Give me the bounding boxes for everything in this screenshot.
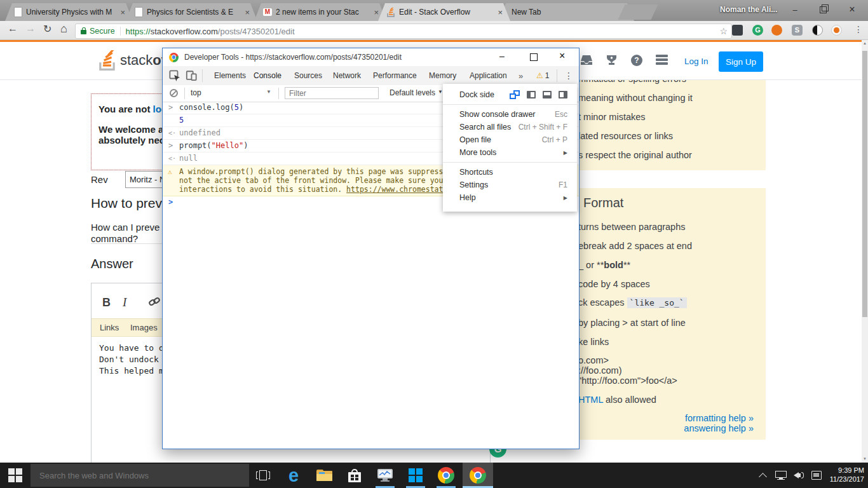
tab-close-icon[interactable]: × [372, 8, 381, 17]
formatting-help-link[interactable]: formatting help » [591, 413, 754, 423]
taskbar-clock[interactable]: 9:39 PM 11/23/2017 [826, 466, 864, 484]
tab-images[interactable]: Images [130, 323, 158, 332]
scroll-down-arrow[interactable]: ▼ [862, 457, 868, 461]
new-tab-button[interactable] [618, 4, 658, 20]
tab-application[interactable]: Application [470, 66, 507, 85]
menu-item-help[interactable]: Help▶ [443, 191, 577, 204]
menu-item-show-console-drawer[interactable]: Show console drawerEsc [443, 108, 577, 121]
tab-close-icon[interactable]: × [118, 8, 127, 17]
devtools-close-button[interactable]: × [559, 50, 565, 62]
monitor-app-taskbar-icon[interactable] [371, 463, 399, 488]
chrome-taskbar-icon-1[interactable] [432, 463, 460, 488]
window-close-button[interactable]: × [844, 3, 860, 17]
window-minimize-button[interactable]: – [787, 3, 803, 17]
bold-button[interactable]: B [102, 296, 111, 309]
tab-sources[interactable]: Sources [294, 66, 322, 85]
extension-paw-icon[interactable] [771, 25, 782, 36]
tab-elements[interactable]: Elements [214, 66, 246, 85]
tray-volume-icon[interactable] [790, 463, 808, 488]
bookmark-star-icon[interactable]: ☆ [719, 26, 728, 36]
devtools-minimize-button[interactable]: – [499, 51, 505, 61]
result-marker-icon: <· [168, 153, 176, 164]
italic-button[interactable]: I [123, 295, 126, 309]
browser-user-name[interactable]: Noman the Ali... [720, 5, 777, 14]
menu-item-open-file[interactable]: Open fileCtrl + P [443, 133, 577, 146]
help-icon[interactable]: ? [631, 55, 642, 66]
address-bar[interactable]: Secure https://stackoverflow.com/posts/4… [75, 24, 732, 39]
tab-close-icon[interactable]: × [496, 8, 505, 17]
tab-console[interactable]: Console [254, 66, 281, 86]
dock-bottom-icon[interactable] [543, 91, 552, 98]
menu-item-settings[interactable]: SettingsF1 [443, 179, 577, 191]
devtools-titlebar[interactable]: Developer Tools - https://stackoverflow.… [163, 48, 579, 66]
tab-memory[interactable]: Memory [429, 66, 456, 85]
start-button[interactable] [0, 463, 31, 488]
logo-stack: stack [120, 52, 153, 68]
devtools-maximize-button[interactable] [530, 53, 538, 61]
edge-taskbar-icon[interactable]: e [280, 463, 308, 488]
undock-icon[interactable] [510, 90, 520, 99]
log-levels-select[interactable]: Default levels [390, 88, 435, 97]
window-restore-button[interactable] [815, 3, 831, 17]
restore-icon [820, 6, 827, 13]
submenu-arrow-icon: ▶ [564, 195, 567, 201]
clear-console-icon[interactable] [170, 89, 178, 97]
more-tabs-icon[interactable]: » [519, 66, 523, 85]
tab-close-icon[interactable]: × [243, 8, 252, 17]
link-icon[interactable] [149, 298, 160, 307]
menu-item-more-tools[interactable]: More tools▶ [443, 146, 577, 159]
browser-menu-icon[interactable]: ⋮ [854, 24, 863, 34]
answering-help-link[interactable]: answering help » [591, 423, 754, 433]
browser-tab-3[interactable]: M 2 new items in your Stac × [254, 3, 386, 21]
extension-s-icon[interactable]: S [792, 25, 803, 36]
browser-tab-1[interactable]: University Physics with M × [5, 3, 133, 21]
log-levels-arrow[interactable]: ▼ [438, 89, 443, 95]
browser-tab-4-active[interactable]: Edit - Stack Overflow × [378, 3, 510, 21]
back-button[interactable]: ← [8, 23, 18, 34]
browser-tab-2[interactable]: Physics for Scientists & E × [126, 3, 257, 21]
page-scrollbar[interactable]: ▲ ▼ [862, 39, 868, 463]
taskbar-search-input[interactable] [31, 464, 249, 487]
tab-network[interactable]: Network [333, 66, 361, 85]
extension-grammarly-icon[interactable]: G [752, 25, 763, 36]
log-in-link[interactable]: Log In [684, 57, 709, 66]
dock-left-icon[interactable] [527, 91, 536, 98]
warning-link[interactable]: https://www.chromestatus. [346, 185, 456, 194]
store-taskbar-icon[interactable] [341, 463, 369, 488]
achievements-icon[interactable] [606, 54, 618, 66]
inspect-element-icon[interactable] [169, 70, 180, 81]
tray-show-hidden-icons[interactable] [755, 463, 770, 488]
dock-right-icon[interactable] [559, 91, 567, 98]
sign-up-button[interactable]: Sign Up [719, 51, 763, 72]
extension-film-icon[interactable] [732, 25, 743, 36]
menu-item-shortcuts[interactable]: Shortcuts [443, 166, 577, 179]
url-text[interactable]: https://stackoverflow.com/posts/47350201… [126, 27, 295, 36]
tray-action-center-icon[interactable] [808, 463, 825, 488]
task-view-button[interactable] [249, 463, 277, 488]
home-button[interactable]: ⌂ [60, 22, 67, 36]
tab-performance[interactable]: Performance [373, 66, 417, 85]
extension-dot-icon[interactable] [831, 25, 842, 36]
device-toolbar-icon[interactable] [186, 70, 197, 81]
extension-moon-icon[interactable] [812, 25, 823, 36]
inbox-icon[interactable] [580, 55, 593, 65]
frame-selector-arrow[interactable]: ▼ [266, 89, 271, 95]
devtools-kebab-menu-icon[interactable]: ⋮ [564, 66, 573, 85]
tray-network-icon[interactable] [771, 463, 790, 488]
windows-app-taskbar-icon[interactable] [402, 463, 430, 488]
console-filter-input[interactable] [285, 87, 379, 99]
menu-item-search-all-files[interactable]: Search all filesCtrl + Shift + F [443, 121, 577, 133]
chrome-taskbar-icon-2-active[interactable] [463, 463, 493, 488]
html-help-link[interactable]: HTML [578, 395, 603, 405]
tab-links[interactable]: Links [100, 323, 119, 332]
tab-title: Physics for Scientists & E [147, 8, 239, 17]
warning-badge[interactable]: ⚠1 [536, 66, 549, 85]
browser-tab-5[interactable]: New Tab × [499, 3, 634, 21]
scrollbar-thumb[interactable] [862, 51, 867, 317]
scroll-up-arrow[interactable]: ▲ [862, 41, 868, 45]
frame-selector[interactable]: top [191, 88, 201, 97]
reload-button[interactable]: ↻ [43, 23, 51, 35]
file-explorer-taskbar-icon[interactable] [310, 463, 338, 488]
stackexchange-icon[interactable] [656, 55, 668, 65]
forward-button[interactable]: → [25, 23, 36, 34]
